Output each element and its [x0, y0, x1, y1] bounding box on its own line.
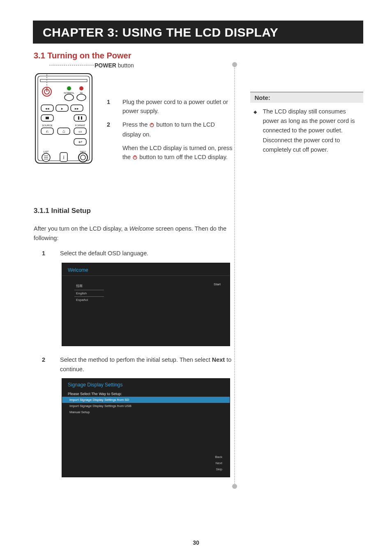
power-instructions: 1 Plug the power cord to a power outlet …	[104, 71, 233, 167]
svg-rect-18	[46, 117, 49, 119]
step-2-text: Press the button to turn the LCD display…	[122, 120, 233, 163]
svg-text:▭: ▭	[78, 130, 82, 134]
remote-list-label: LIST	[44, 150, 49, 153]
svg-text:⌂: ⌂	[62, 129, 65, 134]
welcome-start: Start	[214, 282, 221, 286]
svg-point-10	[77, 94, 86, 101]
svg-text:▸▸: ▸▸	[75, 106, 79, 111]
svg-point-7	[67, 86, 71, 90]
remote-normal-label: NORMAL	[64, 92, 74, 94]
page-number: 30	[0, 539, 392, 546]
remote-illustration: NORMAL ID ◂◂ ▸ ▸▸	[33, 71, 95, 167]
note-heading: Note:	[250, 92, 363, 103]
welcome-option: Español	[74, 297, 104, 303]
power-button-callout: POWER button	[33, 62, 233, 69]
svg-rect-20	[78, 116, 79, 120]
step-2-number: 2	[104, 120, 110, 163]
callout-dashline	[49, 65, 94, 65]
diamond-bullet-icon: ◆	[254, 107, 257, 155]
note-text: The LCD display still consumes power as …	[263, 107, 361, 155]
setup-step-2-text: Select the method to perfom the initial …	[60, 355, 233, 374]
svg-rect-21	[81, 116, 82, 120]
remote-source-label: SOURCE	[42, 124, 53, 127]
signage-row: Import Signage Display Settings from USB	[62, 403, 230, 409]
vertical-divider	[233, 62, 236, 486]
power-button-label: POWER button	[95, 62, 134, 69]
svg-point-8	[79, 86, 83, 90]
welcome-option-selected: English	[74, 290, 104, 297]
signage-title: Signage Display Settings	[62, 379, 230, 390]
svg-text:⎌: ⎌	[46, 129, 48, 134]
signage-prompt: Please Select The Way to Setup:	[62, 390, 230, 397]
step-1-text: Plug the power cord to a power outlet or…	[122, 97, 233, 116]
svg-point-9	[65, 94, 74, 101]
welcome-option: 指南	[74, 282, 104, 290]
note-box: Note: ◆ The LCD display still consumes p…	[250, 92, 363, 155]
signage-back: Back	[69, 454, 222, 460]
chapter-title: CHAPTER 3: USING THE LCD DISPLAY	[43, 25, 353, 39]
signage-settings-screenshot: Signage Display Settings Please Select T…	[62, 378, 230, 477]
remote-id-label: ID	[80, 92, 83, 94]
chapter-title-bar: CHAPTER 3: USING THE LCD DISPLAY	[33, 21, 363, 44]
divider-dot-icon	[232, 484, 237, 489]
right-column: Note: ◆ The LCD display still consumes p…	[236, 62, 363, 486]
signage-row: Manual Setup	[62, 409, 230, 415]
power-icon	[149, 121, 154, 130]
svg-text:▸: ▸	[61, 106, 63, 111]
svg-text:◂◂: ◂◂	[45, 106, 49, 111]
section-3-1-1-title: 3.1.1 Initial Setup	[34, 207, 233, 215]
welcome-screenshot: Welcome 指南 English Español Start	[62, 263, 230, 346]
step-1-number: 1	[104, 97, 110, 116]
signage-row-selected: Import Signage Display Settings from SD	[62, 397, 230, 403]
svg-text:i: i	[63, 155, 65, 160]
svg-text:↩: ↩	[78, 139, 82, 144]
signage-skip: Skip	[69, 466, 222, 472]
signage-footer: Back Next Skip	[62, 452, 230, 477]
setup-step-1-number: 1	[42, 249, 48, 258]
initial-setup-intro: After you turn on the LCD display, a Wel…	[34, 224, 233, 243]
section-3-1-title: 3.1 Turning on the Power	[34, 51, 363, 60]
remote-format-label: FORMAT	[75, 124, 85, 127]
power-icon	[132, 153, 138, 162]
svg-point-36	[78, 153, 88, 162]
svg-rect-19	[74, 115, 86, 121]
signage-next: Next	[69, 460, 222, 466]
setup-step-1-text: Select the default OSD language.	[60, 249, 233, 258]
left-column: POWER button	[33, 62, 233, 486]
welcome-title: Welcome	[62, 263, 230, 276]
setup-step-2-number: 2	[42, 355, 48, 374]
